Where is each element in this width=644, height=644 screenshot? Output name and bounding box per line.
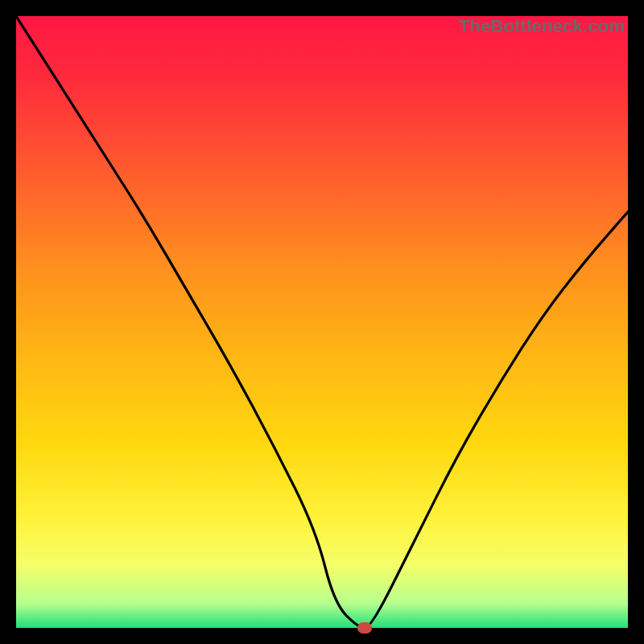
optimal-point-marker: [357, 622, 372, 634]
chart-frame: TheBottleneck.com: [16, 16, 628, 628]
watermark-text: TheBottleneck.com: [459, 16, 625, 37]
bottleneck-chart: [16, 16, 628, 628]
gradient-background: [16, 16, 628, 628]
